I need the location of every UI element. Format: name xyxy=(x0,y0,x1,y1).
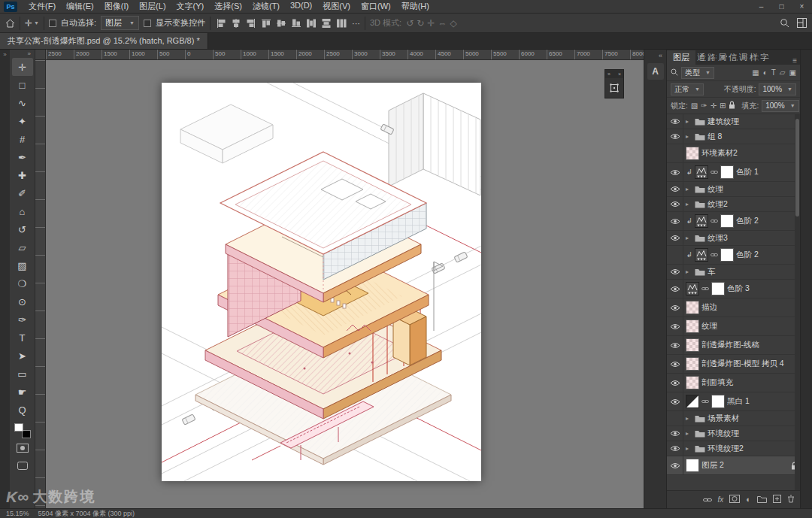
rectangular-marquee-tool[interactable]: □ xyxy=(12,76,33,94)
scrollbar-thumb[interactable] xyxy=(795,119,799,217)
layers-scrollbar[interactable] xyxy=(795,114,800,490)
distribute-centers-icon[interactable] xyxy=(335,17,347,29)
layer-name[interactable]: 色阶 2 xyxy=(736,216,798,226)
layer-name[interactable]: 剖透爆炸图-模型 拷贝 4 xyxy=(701,359,798,369)
layer-thumbnail[interactable] xyxy=(686,338,699,352)
layer-name[interactable]: 环境纹理2 xyxy=(707,444,798,454)
pen-tool[interactable]: ✑ xyxy=(12,310,33,329)
layer-row[interactable]: ▸纹理2 xyxy=(667,197,800,212)
align-horizontal-centers-icon[interactable] xyxy=(230,17,242,29)
fill-dropdown[interactable]: 100%▼ xyxy=(762,100,799,112)
quick-mask-button[interactable] xyxy=(12,441,33,456)
menu-item[interactable]: 文字(Y) xyxy=(171,1,210,12)
zoom-level[interactable]: 15.15% xyxy=(6,510,29,517)
workspace-switcher-icon[interactable] xyxy=(797,18,807,28)
align-bottom-edges-icon[interactable] xyxy=(290,17,302,29)
mask-thumbnail[interactable] xyxy=(720,248,734,262)
layer-thumbnail[interactable] xyxy=(686,357,699,371)
layer-row[interactable]: ↳色阶 2 xyxy=(667,212,800,231)
filter-type-layers-icon[interactable]: T xyxy=(771,69,776,77)
layer-thumbnail[interactable] xyxy=(686,459,699,472)
gradient-tool[interactable]: ▨ xyxy=(12,256,33,274)
layer-row[interactable]: 纹理 xyxy=(667,317,800,336)
layer-thumbnail[interactable] xyxy=(686,376,699,389)
lock-position-icon[interactable]: ✛ xyxy=(710,102,717,110)
layer-row[interactable]: ▸建筑纹理 xyxy=(667,114,800,129)
visibility-eye-icon[interactable] xyxy=(667,182,683,196)
layer-name[interactable]: 建筑纹理 xyxy=(707,117,798,127)
show-transform-checkbox[interactable] xyxy=(144,20,151,27)
visibility-eye-icon[interactable] xyxy=(667,129,683,144)
expand-arrow-icon[interactable]: ▸ xyxy=(686,118,692,125)
layer-name[interactable]: 剖面填充 xyxy=(701,377,798,388)
minimize-button[interactable]: – xyxy=(751,2,771,11)
menu-item[interactable]: 图像(I) xyxy=(99,1,134,12)
crop-tool[interactable]: # xyxy=(12,130,33,148)
menu-item[interactable]: 编辑(E) xyxy=(61,1,99,12)
widget-collapse-icon[interactable]: » xyxy=(607,71,611,77)
blend-mode-dropdown[interactable]: 正常▼ xyxy=(671,83,704,95)
expand-arrow-icon[interactable]: ▸ xyxy=(686,133,692,140)
rectangle-tool[interactable]: ▭ xyxy=(12,365,33,383)
layer-row[interactable]: ▸环境纹理 xyxy=(667,426,800,441)
delete-layer-icon[interactable] xyxy=(787,495,795,504)
link-layers-icon[interactable] xyxy=(703,495,712,504)
layer-thumbnail[interactable] xyxy=(686,147,699,160)
layer-style-icon[interactable]: fx xyxy=(718,495,724,504)
visibility-eye-icon[interactable] xyxy=(667,392,683,410)
align-left-edges-icon[interactable] xyxy=(215,17,227,29)
menu-item[interactable]: 视图(V) xyxy=(317,1,356,12)
distribute-vertically-icon[interactable] xyxy=(320,17,332,29)
layer-name[interactable]: 色阶 2 xyxy=(736,250,798,260)
layer-thumbnail[interactable] xyxy=(686,320,699,333)
menu-item[interactable]: 图层(L) xyxy=(134,1,171,12)
menu-item[interactable]: 3D(D) xyxy=(285,1,317,12)
screen-mode-button[interactable] xyxy=(12,458,33,473)
close-button[interactable]: × xyxy=(792,2,812,11)
layer-name[interactable]: 车 xyxy=(707,267,798,277)
menu-item[interactable]: 窗口(W) xyxy=(356,1,396,12)
reference-point-icon[interactable] xyxy=(605,78,623,98)
layer-name[interactable]: 剖透爆炸图-线稿 xyxy=(701,340,798,350)
visibility-eye-icon[interactable] xyxy=(667,456,683,474)
expand-arrow-icon[interactable]: ▸ xyxy=(686,430,692,437)
adjustment-thumbnail[interactable] xyxy=(695,214,708,228)
layer-row[interactable]: 剖透爆炸图-模型 拷贝 4 xyxy=(667,355,800,374)
adjustment-thumbnail[interactable] xyxy=(686,395,699,408)
menu-item[interactable]: 帮助(H) xyxy=(396,1,435,12)
layer-row[interactable]: ↳色阶 1 xyxy=(667,163,800,182)
align-right-edges-icon[interactable] xyxy=(245,17,257,29)
align-top-edges-icon[interactable] xyxy=(260,17,272,29)
mask-thumbnail[interactable] xyxy=(711,395,725,408)
layer-name[interactable]: 图层 2 xyxy=(701,460,786,471)
expand-arrow-icon[interactable]: ▸ xyxy=(686,186,692,192)
panel-menu-icon[interactable]: ≡ xyxy=(789,56,800,65)
visibility-eye-icon[interactable] xyxy=(667,355,683,373)
panel-tab-通道[interactable]: 通道 xyxy=(695,50,706,65)
document-tab[interactable]: 共享公寓-剖透爆炸图.psd @ 15.2% (hatch, RGB/8) * xyxy=(0,33,208,49)
panel-tab-属性[interactable]: 属性 xyxy=(717,50,727,65)
lock-artboard-icon[interactable]: ⊞ xyxy=(720,102,726,110)
layer-name[interactable]: 色阶 3 xyxy=(727,283,798,294)
expand-arrow-icon[interactable]: ▸ xyxy=(686,445,692,452)
add-mask-icon[interactable] xyxy=(729,495,740,504)
filter-smart-objects-icon[interactable]: ▣ xyxy=(789,69,796,77)
canvas-viewport[interactable]: » × xyxy=(46,60,644,508)
color-swatches[interactable] xyxy=(14,423,31,438)
dock-collapse-icon[interactable]: « xyxy=(659,52,666,59)
lock-pixels-icon[interactable]: ✑ xyxy=(701,102,707,110)
expand-arrow-icon[interactable]: ▸ xyxy=(686,415,692,422)
filter-search-icon[interactable] xyxy=(671,68,678,77)
expand-arrow-icon[interactable]: ▸ xyxy=(686,235,692,241)
widget-close-icon[interactable]: × xyxy=(618,71,621,77)
new-adjustment-layer-icon[interactable]: ◐ xyxy=(746,495,751,504)
visibility-eye-icon[interactable] xyxy=(667,265,683,279)
ruler-origin-box[interactable] xyxy=(35,50,46,60)
home-icon[interactable] xyxy=(5,19,15,28)
maximize-button[interactable]: □ xyxy=(771,2,792,11)
eyedropper-tool[interactable]: ✒ xyxy=(12,148,33,166)
history-brush-tool[interactable]: ↺ xyxy=(12,220,33,238)
mask-thumbnail[interactable] xyxy=(720,214,734,228)
layer-name[interactable]: 纹理2 xyxy=(707,199,798,210)
visibility-eye-icon[interactable] xyxy=(667,336,683,354)
